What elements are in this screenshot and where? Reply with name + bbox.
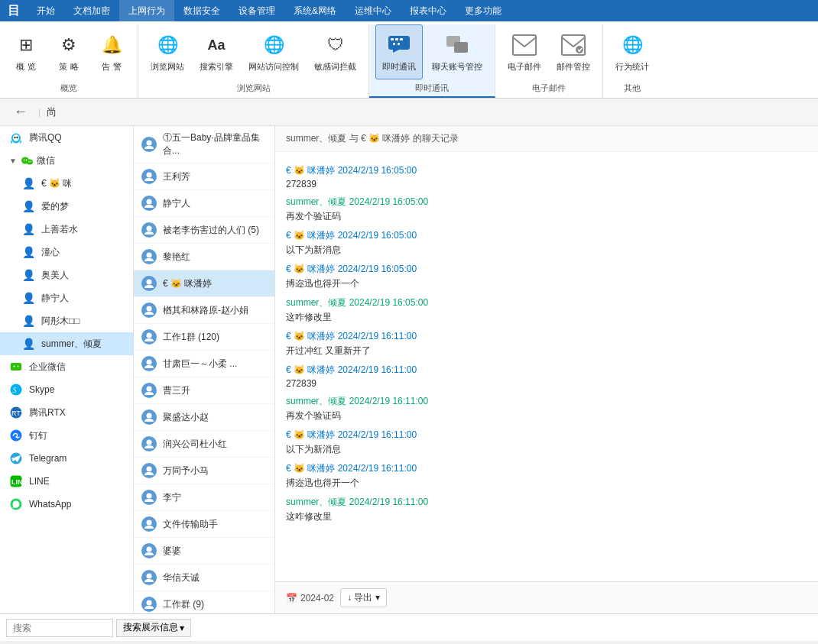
msg-sender-6: € 🐱 咪潘婷 2024/2/19 16:11:00: [286, 364, 807, 377]
export-button[interactable]: ↓ 导出 ▾: [340, 588, 387, 607]
menu-data-security[interactable]: 数据安全: [174, 0, 229, 21]
menu-doc-encrypt[interactable]: 文档加密: [64, 0, 119, 21]
contact-item-c6[interactable]: € 🐱 咪潘婷: [134, 270, 274, 297]
sidebar-item-qq[interactable]: 腾讯QQ: [0, 126, 133, 149]
sidebar-item-wechat-label: 微信: [37, 154, 55, 167]
contact-item-c3[interactable]: 静宁人: [134, 190, 274, 217]
contact-item-c2[interactable]: 王利芳: [134, 163, 274, 190]
contact-item-c12[interactable]: 润兴公司杜小红: [134, 431, 274, 458]
svg-point-47: [147, 520, 152, 526]
sidebar-sub-jing[interactable]: 👤 静宁人: [0, 286, 133, 309]
sidebar-item-skype-label: Skype: [29, 384, 54, 395]
sidebar-item-line[interactable]: LINE LINE: [0, 470, 133, 493]
contact-item-c10[interactable]: 曹三升: [134, 377, 274, 404]
menu-more[interactable]: 更多功能: [456, 0, 511, 21]
contact-name-c5: 黎艳红: [163, 251, 190, 264]
contact-item-c17[interactable]: 华信天诚: [134, 565, 274, 591]
menu-sys-network[interactable]: 系统&网络: [284, 0, 346, 21]
ribbon-access-ctrl-btn[interactable]: 🌐 网站访问控制: [242, 24, 305, 79]
svg-point-28: [11, 430, 22, 442]
contact-item-c5[interactable]: 黎艳红: [134, 244, 274, 270]
menu-report-center[interactable]: 报表中心: [401, 0, 456, 21]
sidebar-item-skype[interactable]: S Skype: [0, 378, 133, 401]
sidebar-sub-tong[interactable]: 👤 潼心: [0, 241, 133, 264]
app-logo: 目: [3, 0, 24, 21]
svg-rect-21: [11, 363, 21, 371]
menu-start[interactable]: 开始: [28, 0, 64, 21]
chat-mgr-label: 聊天账号管控: [432, 62, 482, 72]
im-label: 即时通讯: [382, 62, 416, 72]
contact-item-c14[interactable]: 李宁: [134, 484, 274, 511]
alert-icon: 🔔: [98, 31, 125, 59]
sidebar-item-whatsapp[interactable]: WhatsApp: [0, 493, 133, 516]
svg-text:S: S: [13, 386, 17, 394]
sidebar-sub-apn[interactable]: 👤 阿彤木□□: [0, 309, 133, 332]
msg-sender-5: € 🐱 咪潘婷 2024/2/19 16:11:00: [286, 330, 807, 343]
contact-item-c11[interactable]: 聚盛达小赵: [134, 404, 274, 431]
ribbon-alert-btn[interactable]: 🔔 告 警: [92, 24, 131, 79]
msg-text-2: 以下为新消息: [286, 244, 807, 257]
sidebar-sub-mimi[interactable]: 👤 € 🐱 咪: [0, 172, 133, 195]
user-icon-beauty: 👤: [21, 268, 35, 282]
ribbon-strategy-btn[interactable]: ⚙ 策 略: [49, 24, 89, 79]
contact-item-c7[interactable]: 楢其和林路原-赵小娟: [134, 297, 274, 324]
wechat-icon: [20, 154, 34, 167]
search-mode-button[interactable]: 搜索展示信息 ▾: [116, 619, 191, 637]
ribbon-im-btn[interactable]: 即时通讯: [375, 24, 423, 79]
ribbon-mail-mgr-btn[interactable]: 邮件管控: [550, 24, 596, 79]
svg-point-16: [27, 160, 33, 165]
contact-item-c8[interactable]: 工作1群 (120): [134, 324, 274, 351]
contact-name-c16: 婆婆: [163, 545, 181, 558]
sidebar-sub-water[interactable]: 👤 上善若水: [0, 218, 133, 241]
ribbon-chat-mgr-btn[interactable]: 聊天账号管控: [426, 24, 489, 79]
sidebar-item-dingtalk[interactable]: 钉钉: [0, 424, 133, 447]
msg-sender-10: summer、倾夏 2024/2/19 16:11:00: [286, 496, 807, 509]
sidebar-item-rtx[interactable]: RTX 腾讯RTX: [0, 401, 133, 424]
contact-item-c9[interactable]: 甘肃巨一～小柔 ...: [134, 351, 274, 377]
msg-sender-9: € 🐱 咪潘婷 2024/2/19 16:11:00: [286, 462, 807, 475]
bottom-bar: 搜索展示信息 ▾: [0, 613, 818, 641]
bizwechat-icon: [9, 360, 23, 374]
menu-web-behavior[interactable]: 上网行为: [119, 0, 174, 21]
access-ctrl-label: 网站访问控制: [248, 62, 299, 72]
svg-point-41: [147, 360, 152, 365]
search-engine-label: 搜索引擎: [200, 62, 233, 72]
sidebar-sub-beauty[interactable]: 👤 奥美人: [0, 264, 133, 286]
contact-name-c17: 华信天诚: [163, 571, 200, 584]
sidebar-sub-dream-label: 爱的梦: [41, 200, 69, 213]
contact-item-c16[interactable]: 婆婆: [134, 538, 274, 565]
contact-name-c4: 被老李伤害过的人们 (5): [163, 224, 259, 237]
sidebar-item-telegram[interactable]: Telegram: [0, 447, 133, 470]
sidebar-item-wechat[interactable]: ▼ 微信: [0, 149, 133, 172]
svg-point-19: [28, 161, 30, 163]
contact-avatar-c4: [141, 222, 157, 238]
sidebar-sub-summer[interactable]: 👤 summer、倾夏: [0, 332, 133, 355]
ribbon-search-btn[interactable]: Aa 搜索引擎: [193, 24, 239, 79]
ribbon-overview-btn[interactable]: ⊞ 概 览: [6, 24, 46, 79]
email-icon: [511, 31, 538, 59]
contact-item-c1[interactable]: ①五一Baby·品牌童品集合...: [134, 126, 274, 163]
search-input[interactable]: [6, 619, 113, 637]
menu-bar: 目 开始 文档加密 上网行为 数据安全 设备管理 系统&网络 运维中心 报表中心…: [0, 0, 818, 21]
contact-item-c18[interactable]: 工作群 (9): [134, 591, 274, 613]
sidebar-item-bizwechat[interactable]: 企业微信: [0, 355, 133, 378]
menu-ops-center[interactable]: 运维中心: [346, 0, 401, 21]
contact-item-c15[interactable]: 文件传输助手: [134, 511, 274, 538]
svg-point-37: [147, 253, 152, 258]
msg-text-8: 以下为新消息: [286, 443, 807, 456]
ribbon-sensitive-btn[interactable]: 🛡 敏感词拦截: [308, 24, 362, 79]
contact-item-c13[interactable]: 万同予小马: [134, 458, 274, 484]
ribbon-behavior-stats-btn[interactable]: 🌐 行为统计: [609, 24, 655, 79]
overview-label: 概 览: [16, 62, 35, 72]
svg-point-12: [13, 134, 19, 141]
ribbon-browse-btn[interactable]: 🌐 浏览网站: [144, 24, 190, 79]
menu-device-mgr[interactable]: 设备管理: [229, 0, 284, 21]
back-button[interactable]: ←: [9, 102, 32, 121]
sensitive-label: 敏感词拦截: [314, 62, 356, 72]
sidebar-sub-dream[interactable]: 👤 爱的梦: [0, 195, 133, 218]
chat-footer: 📅 2024-02 ↓ 导出 ▾: [275, 581, 818, 613]
contact-avatar-c9: [141, 356, 157, 371]
contact-item-c4[interactable]: 被老李伤害过的人们 (5): [134, 217, 274, 244]
ribbon-email-btn[interactable]: 电子邮件: [502, 24, 547, 79]
svg-point-39: [147, 306, 152, 312]
